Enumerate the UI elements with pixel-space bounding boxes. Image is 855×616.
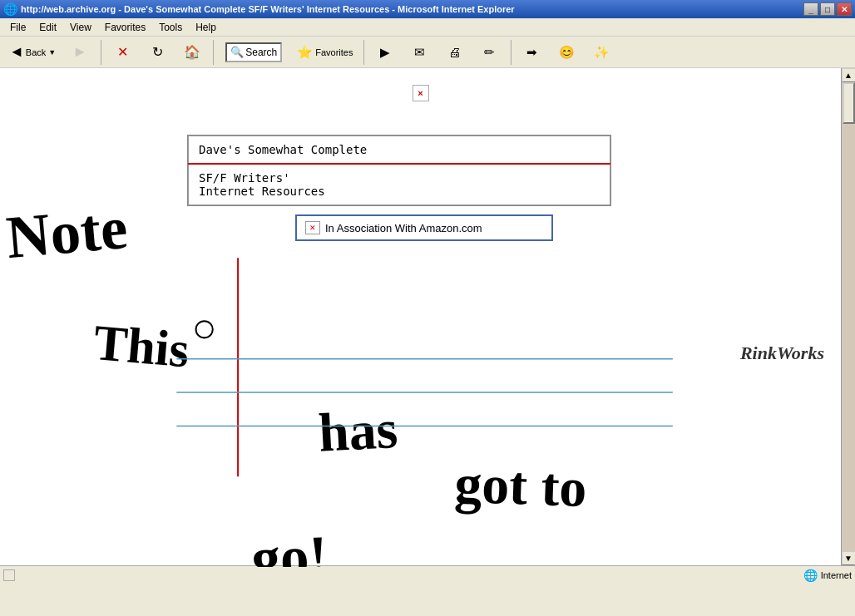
favorites-button[interactable]: ⭐ Favorites <box>291 42 358 62</box>
menu-view[interactable]: View <box>63 20 98 35</box>
extra-icon1[interactable]: ➡ <box>516 42 549 62</box>
svg-point-10 <box>196 321 213 338</box>
vertical-scrollbar[interactable]: ▲ ▼ <box>841 68 855 565</box>
refresh-icon: ↻ <box>152 44 163 60</box>
scroll-up-button[interactable]: ▲ <box>842 68 856 82</box>
title-lines23: SF/F Writers' Internet Resources <box>189 164 610 205</box>
status-left <box>3 569 18 581</box>
page-content: × Note This has got to go! -Sam <box>0 68 841 567</box>
scroll-track <box>842 82 856 551</box>
extra-icon3[interactable]: ✨ <box>586 42 619 62</box>
title-inner-table: Dave's Somewhat Complete SF/F Writers' I… <box>188 136 610 205</box>
sep2 <box>213 40 214 65</box>
mail-button[interactable]: ✉ <box>403 42 437 62</box>
media-button[interactable]: ▶ <box>368 42 402 62</box>
menu-bar: File Edit View Favorites Tools Help <box>0 18 855 37</box>
title-line1-row: Dave's Somewhat Complete <box>189 136 610 165</box>
amazon-text: In Association With Amazon.com <box>325 222 482 234</box>
search-icon: 🔍 <box>230 46 244 58</box>
rinkworks-brand: RinkWorks <box>740 342 824 364</box>
title-bar-left: 🌐 http://web.archive.org - Dave's Somewh… <box>3 2 515 16</box>
back-dropdown-icon[interactable]: ▼ <box>48 48 56 57</box>
amazon-broken-image: ✕ <box>305 221 320 234</box>
svg-text:got to: got to <box>453 453 587 518</box>
home-button[interactable]: 🏠 <box>175 42 209 62</box>
media-icon: ▶ <box>380 45 390 60</box>
menu-file[interactable]: File <box>3 20 32 35</box>
svg-text:has: has <box>317 398 399 463</box>
internet-globe-icon: 🌐 <box>803 569 818 582</box>
svg-text:This: This <box>91 314 191 378</box>
status-right: 🌐 Internet <box>803 569 852 582</box>
svg-text:Note: Note <box>3 194 130 271</box>
print-icon: 🖨 <box>448 45 461 59</box>
back-label: Back <box>26 47 46 57</box>
menu-edit[interactable]: Edit <box>32 20 63 35</box>
edit-button[interactable]: ✏ <box>473 42 507 62</box>
svg-text:go!: go! <box>250 524 329 567</box>
content-area: × Note This has got to go! -Sam <box>0 68 841 567</box>
smiley-icon: 😊 <box>559 45 575 60</box>
zone-text: Internet <box>821 570 852 580</box>
title-row-outer: Dave's Somewhat Complete SF/F Writers' I… <box>188 136 611 206</box>
title-line23-row: SF/F Writers' Internet Resources <box>189 164 610 205</box>
stop-icon: ✕ <box>117 44 128 60</box>
stop-button[interactable]: ✕ <box>106 42 139 62</box>
menu-tools[interactable]: Tools <box>152 20 189 35</box>
search-label: Search <box>245 47 277 58</box>
close-button[interactable]: ✕ <box>837 2 852 16</box>
arrow-icon: ➡ <box>526 45 537 60</box>
toolbar: ◄ Back ▼ ► ✕ ↻ 🏠 🔍 Search ⭐ Favorites ▶ … <box>0 37 855 68</box>
sep3 <box>363 40 364 65</box>
top-broken-image: × <box>12 85 828 101</box>
sep1 <box>101 40 101 65</box>
status-icon <box>3 569 15 581</box>
title-bar: 🌐 http://web.archive.org - Dave's Somewh… <box>0 0 855 18</box>
edit-icon: ✏ <box>484 45 495 60</box>
status-bar: 🌐 Internet <box>0 565 855 584</box>
ie-icon: 🌐 <box>3 2 17 16</box>
scroll-thumb[interactable] <box>843 82 855 124</box>
refresh-button[interactable]: ↻ <box>141 42 174 62</box>
forward-icon: ► <box>72 43 87 61</box>
favorites-icon: ⭐ <box>297 45 313 60</box>
sep4 <box>511 40 512 65</box>
back-icon: ◄ <box>9 43 24 61</box>
back-button[interactable]: ◄ Back ▼ <box>3 41 62 63</box>
menu-favorites[interactable]: Favorites <box>98 20 152 35</box>
menu-help[interactable]: Help <box>189 20 223 35</box>
broken-x: × <box>418 88 423 98</box>
search-button[interactable]: 🔍 Search <box>218 40 289 65</box>
mail-icon: ✉ <box>414 45 425 60</box>
maximize-button[interactable]: □ <box>820 2 835 16</box>
minimize-button[interactable]: _ <box>803 2 818 16</box>
title-bar-buttons: _ □ ✕ <box>803 2 852 16</box>
broken-image-icon: × <box>413 85 429 101</box>
site-title-table: Dave's Somewhat Complete SF/F Writers' I… <box>187 135 611 206</box>
home-icon: 🏠 <box>184 44 200 60</box>
scroll-down-button[interactable]: ▼ <box>842 551 856 565</box>
star2-icon: ✨ <box>594 45 610 60</box>
favorites-label: Favorites <box>315 47 353 57</box>
forward-button[interactable]: ► <box>63 41 96 63</box>
print-button[interactable]: 🖨 <box>438 42 472 62</box>
title-line1: Dave's Somewhat Complete <box>189 136 610 165</box>
amazon-association-box: ✕ In Association With Amazon.com <box>295 214 553 241</box>
window-title: http://web.archive.org - Dave's Somewhat… <box>21 4 515 14</box>
extra-icon2[interactable]: 😊 <box>551 42 584 62</box>
